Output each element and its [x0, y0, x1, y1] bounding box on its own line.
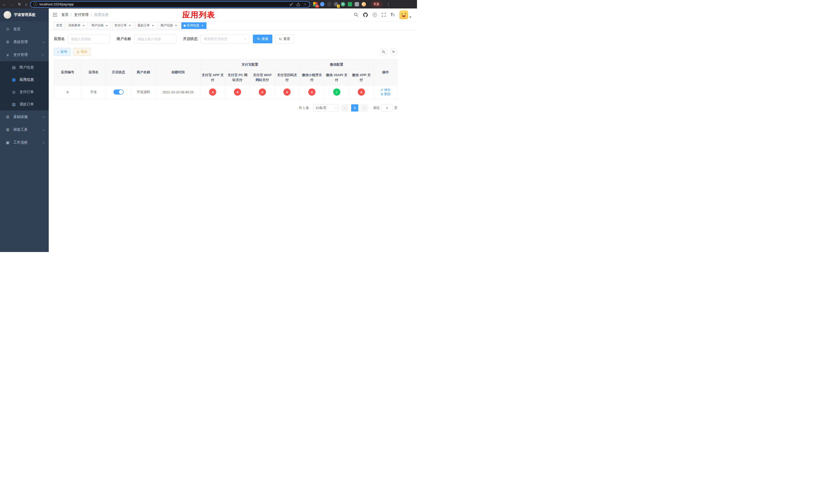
- close-icon[interactable]: ×: [151, 24, 155, 27]
- sidebar-item-dev-tools[interactable]: ⊠研发工具: [0, 123, 49, 136]
- workflow-icon: ▣: [5, 140, 10, 145]
- navbar: 首页 / 支付管理 / 应用信息 应用列表 ? TT: [49, 8, 417, 21]
- tags-view: 首页流程表单×用户分组×支付订单×退款订单×商户信息×应用信息×: [49, 21, 417, 30]
- pagination: 共 1 条 10条/页 ‹ 1 › 前往 页: [54, 104, 397, 112]
- status-toggle[interactable]: [113, 90, 124, 95]
- refresh-icon: ↻: [392, 50, 395, 53]
- col-header-wx-jsapi: 微信 JSAPI 支付: [324, 70, 349, 85]
- breadcrumb-home[interactable]: 首页: [61, 13, 68, 17]
- address-bar[interactable]: i localhost:1024/pay/app ☆: [30, 1, 310, 8]
- group-header-alipay: 支付宝配置: [200, 60, 300, 70]
- font-size-icon[interactable]: TT: [391, 13, 395, 17]
- close-icon[interactable]: ×: [105, 24, 109, 27]
- navbar-actions: ? TT: [354, 10, 412, 19]
- toggle-search-button[interactable]: [379, 48, 387, 55]
- sidebar-logo[interactable]: 芋道管理系统: [0, 8, 49, 21]
- status-disabled-icon: ×: [283, 88, 290, 96]
- refresh-table-button[interactable]: ↻: [390, 48, 397, 55]
- col-header-alipay-app: 支付宝 APP 支付: [200, 70, 225, 85]
- drop-extension-icon[interactable]: [320, 2, 324, 6]
- reset-button[interactable]: ↻ 重置: [275, 35, 294, 43]
- browser-menu-icon[interactable]: ⋮: [387, 2, 390, 7]
- sidebar-item-payment-order[interactable]: ◎支付订单: [0, 86, 49, 98]
- tab-user-group[interactable]: 用户分组×: [89, 22, 111, 29]
- status-select[interactable]: 请选择开启状态: [201, 35, 249, 43]
- edit-link[interactable]: 修改: [380, 88, 391, 92]
- github-icon[interactable]: [363, 12, 368, 18]
- user-avatar: [399, 10, 408, 19]
- next-page-button[interactable]: ›: [361, 104, 368, 112]
- sidebar-item-payment-management[interactable]: ¥支付管理: [0, 48, 49, 61]
- notes-extension-icon[interactable]: [348, 2, 352, 6]
- page-number-1[interactable]: 1: [351, 104, 358, 112]
- plus-icon: +: [57, 50, 59, 54]
- col-header-alipay-scan: 支付宝扫码支付: [275, 70, 299, 85]
- prev-page-button[interactable]: ‹: [341, 104, 349, 112]
- col-header-alipay-wap: 支付宝 WAP 网站支付: [250, 70, 275, 85]
- sidebar-item-home[interactable]: ⊙首页: [0, 23, 49, 36]
- close-icon[interactable]: ×: [82, 24, 85, 27]
- goto-page-input[interactable]: [381, 104, 392, 112]
- col-header-status: 开启状态: [106, 60, 131, 85]
- home-button[interactable]: ⌂: [25, 2, 27, 6]
- sidebar-item-merchant-info[interactable]: ▤商户信息: [0, 61, 49, 74]
- help-icon[interactable]: ?: [373, 13, 377, 17]
- site-info-icon[interactable]: i: [34, 2, 38, 6]
- share-icon[interactable]: [297, 3, 300, 6]
- status-enabled-icon: ✓: [333, 88, 340, 96]
- delete-link[interactable]: 删除: [380, 92, 391, 96]
- tab-refund-order[interactable]: 退款订单×: [135, 22, 157, 29]
- close-icon[interactable]: ×: [174, 24, 178, 27]
- bank-card-icon: ▤: [11, 65, 16, 70]
- breadcrumb-payment[interactable]: 支付管理: [74, 13, 88, 17]
- header-search-icon[interactable]: [354, 13, 358, 17]
- tab-process-form[interactable]: 流程表单×: [66, 22, 88, 29]
- sidebar: 芋道管理系统 ⊙首页⚙系统管理¥支付管理▤商户信息▦应用信息◎支付订单▥退款订单…: [0, 8, 49, 252]
- vue-devtools-icon[interactable]: V: [341, 2, 345, 6]
- export-button[interactable]: 导出: [73, 48, 91, 55]
- reload-button[interactable]: ↻: [18, 2, 21, 6]
- main-area: 首页 / 支付管理 / 应用信息 应用列表 ? TT: [49, 8, 417, 252]
- puzzle-extensions-icon[interactable]: [355, 2, 359, 6]
- browser-update-button[interactable]: 更新: [371, 1, 382, 7]
- back-button[interactable]: ←: [3, 2, 6, 6]
- extensions-area: 10 1 V: [313, 2, 366, 6]
- tab-home[interactable]: 首页: [54, 22, 65, 29]
- tab-payment-order[interactable]: 支付订单×: [112, 22, 134, 29]
- sidebar-item-app-info[interactable]: ▦应用信息: [0, 74, 49, 86]
- sidebar-item-system-management[interactable]: ⚙系统管理: [0, 36, 49, 48]
- chevron-down-icon: [42, 115, 45, 118]
- add-button[interactable]: + 新增: [54, 48, 70, 55]
- user-menu[interactable]: [399, 10, 411, 19]
- sidebar-item-infrastructure[interactable]: ⊞基础设施: [0, 111, 49, 123]
- search-button[interactable]: 搜索: [253, 35, 272, 43]
- status-disabled-icon: ×: [358, 88, 365, 96]
- close-icon[interactable]: ×: [128, 24, 132, 27]
- chevron-down-icon: [409, 17, 411, 18]
- page-title: 应用列表: [182, 9, 215, 20]
- app-name-input[interactable]: [68, 35, 110, 43]
- tab-merchant-info[interactable]: 商户信息×: [158, 22, 180, 29]
- status-disabled-icon: ×: [234, 88, 241, 96]
- col-header-alipay-pc: 支付宝 PC 网站支付: [225, 70, 250, 85]
- filter-bar: 应用名 商户名称 开启状态 请选择开启状态 搜索 ↻ 重置: [54, 35, 397, 43]
- close-icon[interactable]: ×: [201, 24, 204, 27]
- fullscreen-icon[interactable]: [381, 13, 386, 17]
- password-key-icon[interactable]: [289, 3, 293, 6]
- dark-extension-icon[interactable]: [327, 2, 331, 6]
- tab-app-info[interactable]: 应用信息×: [181, 22, 206, 29]
- browser-profile-avatar[interactable]: [361, 2, 366, 6]
- merchant-name-input[interactable]: [134, 35, 176, 43]
- badge-extension-icon[interactable]: 1: [334, 2, 338, 6]
- page-size-select[interactable]: 10条/页: [313, 104, 339, 112]
- sidebar-item-refund-order[interactable]: ▥退款订单: [0, 98, 49, 111]
- chevron-down-icon: [42, 128, 45, 131]
- cell-status: [106, 85, 131, 99]
- bookmark-star-icon[interactable]: ☆: [303, 2, 306, 6]
- search-icon: [257, 38, 260, 41]
- order-icon: ◎: [11, 90, 16, 94]
- extensions-grid-icon[interactable]: 10: [313, 2, 317, 6]
- forward-button[interactable]: →: [10, 2, 14, 6]
- sidebar-toggle-icon[interactable]: [53, 13, 57, 17]
- sidebar-item-workflow[interactable]: ▣工作流程: [0, 136, 49, 149]
